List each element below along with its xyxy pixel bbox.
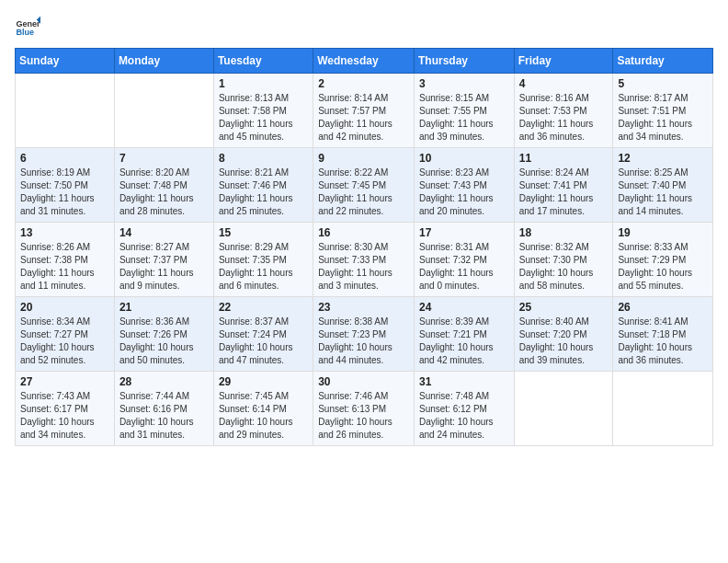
day-number: 23 xyxy=(318,301,409,314)
day-number: 21 xyxy=(119,301,209,314)
day-number: 11 xyxy=(519,152,609,165)
logo: General Blue xyxy=(15,15,40,40)
day-number: 12 xyxy=(618,152,708,165)
calendar-cell: 22Sunrise: 8:37 AM Sunset: 7:24 PM Dayli… xyxy=(213,297,313,372)
calendar-week-row: 27Sunrise: 7:43 AM Sunset: 6:17 PM Dayli… xyxy=(16,372,713,446)
day-info: Sunrise: 8:24 AM Sunset: 7:41 PM Dayligh… xyxy=(519,167,609,218)
calendar-week-row: 13Sunrise: 8:26 AM Sunset: 7:38 PM Dayli… xyxy=(16,223,713,297)
day-number: 16 xyxy=(318,226,409,239)
day-info: Sunrise: 7:44 AM Sunset: 6:16 PM Dayligh… xyxy=(119,390,209,442)
calendar-body: 1Sunrise: 8:13 AM Sunset: 7:58 PM Daylig… xyxy=(16,74,713,446)
day-number: 28 xyxy=(119,375,209,388)
calendar-cell: 30Sunrise: 7:46 AM Sunset: 6:13 PM Dayli… xyxy=(313,372,415,446)
day-of-week-header: Friday xyxy=(514,49,613,74)
day-info: Sunrise: 8:37 AM Sunset: 7:24 PM Dayligh… xyxy=(219,316,308,367)
calendar-cell: 7Sunrise: 8:20 AM Sunset: 7:48 PM Daylig… xyxy=(114,148,213,223)
calendar-cell: 9Sunrise: 8:22 AM Sunset: 7:45 PM Daylig… xyxy=(313,148,415,223)
logo-icon: General Blue xyxy=(15,15,40,40)
day-info: Sunrise: 8:21 AM Sunset: 7:46 PM Dayligh… xyxy=(219,167,308,218)
calendar-week-row: 6Sunrise: 8:19 AM Sunset: 7:50 PM Daylig… xyxy=(16,148,713,223)
calendar-cell: 23Sunrise: 8:38 AM Sunset: 7:23 PM Dayli… xyxy=(313,297,415,372)
day-number: 4 xyxy=(519,77,609,90)
day-info: Sunrise: 8:30 AM Sunset: 7:33 PM Dayligh… xyxy=(318,241,409,293)
day-of-week-header: Sunday xyxy=(16,49,115,74)
day-number: 7 xyxy=(119,152,209,165)
day-info: Sunrise: 7:46 AM Sunset: 6:13 PM Dayligh… xyxy=(318,390,409,442)
day-info: Sunrise: 8:13 AM Sunset: 7:58 PM Dayligh… xyxy=(219,92,308,144)
day-number: 8 xyxy=(219,152,308,165)
calendar-table: SundayMondayTuesdayWednesdayThursdayFrid… xyxy=(15,48,713,446)
day-of-week-row: SundayMondayTuesdayWednesdayThursdayFrid… xyxy=(16,49,713,74)
day-info: Sunrise: 8:36 AM Sunset: 7:26 PM Dayligh… xyxy=(119,316,209,367)
calendar-cell: 18Sunrise: 8:32 AM Sunset: 7:30 PM Dayli… xyxy=(514,223,613,297)
day-number: 3 xyxy=(419,77,509,90)
day-info: Sunrise: 8:27 AM Sunset: 7:37 PM Dayligh… xyxy=(119,241,209,293)
calendar-cell: 12Sunrise: 8:25 AM Sunset: 7:40 PM Dayli… xyxy=(613,148,713,223)
day-number: 13 xyxy=(20,226,109,239)
day-number: 19 xyxy=(618,226,708,239)
day-info: Sunrise: 8:41 AM Sunset: 7:18 PM Dayligh… xyxy=(618,316,708,367)
calendar-cell: 6Sunrise: 8:19 AM Sunset: 7:50 PM Daylig… xyxy=(16,148,115,223)
day-info: Sunrise: 8:32 AM Sunset: 7:30 PM Dayligh… xyxy=(519,241,609,293)
day-number: 20 xyxy=(20,301,109,314)
calendar-cell: 1Sunrise: 8:13 AM Sunset: 7:58 PM Daylig… xyxy=(213,74,313,148)
svg-text:General: General xyxy=(16,19,40,29)
svg-text:Blue: Blue xyxy=(16,28,34,37)
day-info: Sunrise: 8:22 AM Sunset: 7:45 PM Dayligh… xyxy=(318,167,409,218)
day-number: 14 xyxy=(119,226,209,239)
day-of-week-header: Saturday xyxy=(613,49,713,74)
day-info: Sunrise: 7:43 AM Sunset: 6:17 PM Dayligh… xyxy=(20,390,109,442)
calendar-cell: 4Sunrise: 8:16 AM Sunset: 7:53 PM Daylig… xyxy=(514,74,613,148)
calendar-cell: 8Sunrise: 8:21 AM Sunset: 7:46 PM Daylig… xyxy=(213,148,313,223)
day-info: Sunrise: 8:19 AM Sunset: 7:50 PM Dayligh… xyxy=(20,167,109,218)
calendar-cell: 16Sunrise: 8:30 AM Sunset: 7:33 PM Dayli… xyxy=(313,223,415,297)
day-info: Sunrise: 8:40 AM Sunset: 7:20 PM Dayligh… xyxy=(519,316,609,367)
calendar-cell: 20Sunrise: 8:34 AM Sunset: 7:27 PM Dayli… xyxy=(16,297,115,372)
calendar-cell: 13Sunrise: 8:26 AM Sunset: 7:38 PM Dayli… xyxy=(16,223,115,297)
day-number: 9 xyxy=(318,152,409,165)
day-info: Sunrise: 8:31 AM Sunset: 7:32 PM Dayligh… xyxy=(419,241,509,293)
calendar-cell: 21Sunrise: 8:36 AM Sunset: 7:26 PM Dayli… xyxy=(114,297,213,372)
day-of-week-header: Thursday xyxy=(414,49,514,74)
day-of-week-header: Tuesday xyxy=(213,49,313,74)
calendar-cell: 15Sunrise: 8:29 AM Sunset: 7:35 PM Dayli… xyxy=(213,223,313,297)
day-info: Sunrise: 8:38 AM Sunset: 7:23 PM Dayligh… xyxy=(318,316,409,367)
calendar-cell: 29Sunrise: 7:45 AM Sunset: 6:14 PM Dayli… xyxy=(213,372,313,446)
day-info: Sunrise: 8:34 AM Sunset: 7:27 PM Dayligh… xyxy=(20,316,109,367)
day-of-week-header: Wednesday xyxy=(313,49,415,74)
header: General Blue xyxy=(15,15,713,40)
day-number: 10 xyxy=(419,152,509,165)
day-info: Sunrise: 8:26 AM Sunset: 7:38 PM Dayligh… xyxy=(20,241,109,293)
day-number: 30 xyxy=(318,375,409,388)
day-number: 6 xyxy=(20,152,109,165)
calendar-week-row: 1Sunrise: 8:13 AM Sunset: 7:58 PM Daylig… xyxy=(16,74,713,148)
calendar-cell: 31Sunrise: 7:48 AM Sunset: 6:12 PM Dayli… xyxy=(414,372,514,446)
day-info: Sunrise: 8:17 AM Sunset: 7:51 PM Dayligh… xyxy=(618,92,708,144)
calendar-cell xyxy=(613,372,713,446)
day-number: 5 xyxy=(618,77,708,90)
calendar-cell: 10Sunrise: 8:23 AM Sunset: 7:43 PM Dayli… xyxy=(414,148,514,223)
day-info: Sunrise: 8:39 AM Sunset: 7:21 PM Dayligh… xyxy=(419,316,509,367)
day-number: 27 xyxy=(20,375,109,388)
calendar-cell: 27Sunrise: 7:43 AM Sunset: 6:17 PM Dayli… xyxy=(16,372,115,446)
calendar-cell xyxy=(514,372,613,446)
day-number: 29 xyxy=(219,375,308,388)
calendar-cell xyxy=(114,74,213,148)
calendar-cell: 3Sunrise: 8:15 AM Sunset: 7:55 PM Daylig… xyxy=(414,74,514,148)
day-number: 18 xyxy=(519,226,609,239)
day-info: Sunrise: 8:16 AM Sunset: 7:53 PM Dayligh… xyxy=(519,92,609,144)
day-info: Sunrise: 8:33 AM Sunset: 7:29 PM Dayligh… xyxy=(618,241,708,293)
day-number: 17 xyxy=(419,226,509,239)
calendar-cell: 26Sunrise: 8:41 AM Sunset: 7:18 PM Dayli… xyxy=(613,297,713,372)
calendar-cell: 24Sunrise: 8:39 AM Sunset: 7:21 PM Dayli… xyxy=(414,297,514,372)
day-info: Sunrise: 8:14 AM Sunset: 7:57 PM Dayligh… xyxy=(318,92,409,144)
day-info: Sunrise: 8:15 AM Sunset: 7:55 PM Dayligh… xyxy=(419,92,509,144)
calendar-cell: 25Sunrise: 8:40 AM Sunset: 7:20 PM Dayli… xyxy=(514,297,613,372)
calendar-week-row: 20Sunrise: 8:34 AM Sunset: 7:27 PM Dayli… xyxy=(16,297,713,372)
calendar-cell: 5Sunrise: 8:17 AM Sunset: 7:51 PM Daylig… xyxy=(613,74,713,148)
calendar-cell: 2Sunrise: 8:14 AM Sunset: 7:57 PM Daylig… xyxy=(313,74,415,148)
day-info: Sunrise: 8:29 AM Sunset: 7:35 PM Dayligh… xyxy=(219,241,308,293)
day-number: 2 xyxy=(318,77,409,90)
calendar-cell: 11Sunrise: 8:24 AM Sunset: 7:41 PM Dayli… xyxy=(514,148,613,223)
calendar-cell xyxy=(16,74,115,148)
